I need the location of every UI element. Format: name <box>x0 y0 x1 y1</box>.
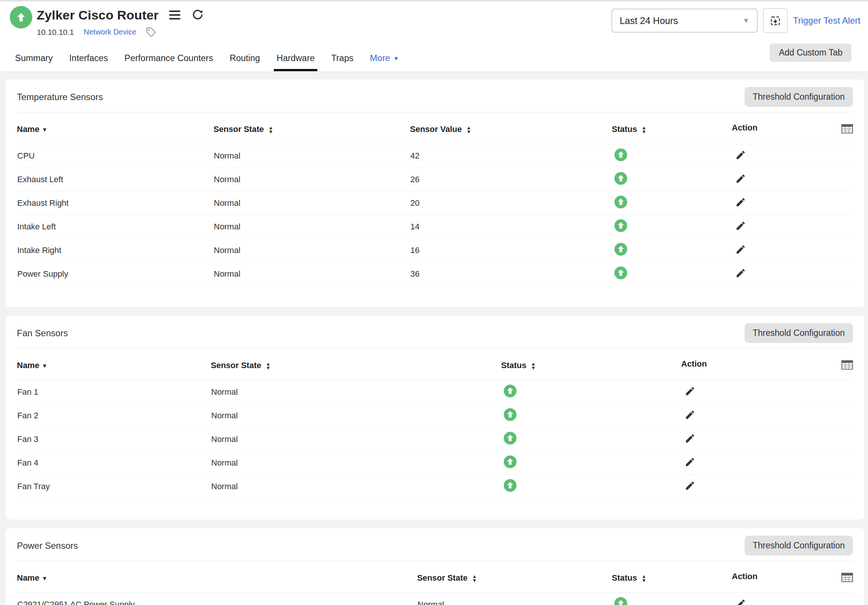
fan-sensors-card: Fan SensorsThreshold ConfigurationName▾S… <box>6 316 864 520</box>
topbar-actions: Last 24 Hours ▼ Trigger Test Alert <box>611 8 860 33</box>
power-sensors-table: Name▾Sensor State▲▼Status▲▼ActionC2921/C… <box>17 561 853 605</box>
threshold-configuration-button[interactable]: Threshold Configuration <box>745 323 853 343</box>
cell-sensor-value: 42 <box>410 144 612 168</box>
column-header-status[interactable]: Status▲▼ <box>612 561 732 593</box>
column-chooser-icon[interactable] <box>842 360 853 372</box>
sort-toggle-icon[interactable]: ▲▼ <box>466 125 471 134</box>
device-category-link[interactable]: Network Device <box>84 28 136 36</box>
cell-sensor-state: Normal <box>214 168 410 192</box>
edit-pencil-icon[interactable] <box>735 197 746 209</box>
edit-pencil-icon[interactable] <box>735 598 746 605</box>
temperature-sensors-table: Name▾Sensor State▲▼Sensor Value▲▼Status▲… <box>17 113 853 286</box>
tab-summary[interactable]: Summary <box>12 47 56 71</box>
edit-pencil-icon[interactable] <box>685 409 696 421</box>
column-chooser-icon[interactable] <box>842 573 853 584</box>
tab-label: Hardware <box>276 53 315 63</box>
edit-pencil-icon[interactable] <box>685 386 696 398</box>
tag-icon[interactable] <box>146 27 156 37</box>
status-up-icon <box>614 243 627 256</box>
tab-routing[interactable]: Routing <box>227 47 263 71</box>
edit-pencil-icon[interactable] <box>685 433 696 445</box>
tab-label: More <box>370 53 390 63</box>
menu-icon[interactable] <box>169 9 180 21</box>
temperature-sensors-card: Temperature SensorsThreshold Configurati… <box>6 79 864 307</box>
sort-toggle-icon[interactable]: ▲▼ <box>266 362 271 370</box>
tab-traps[interactable]: Traps <box>329 47 356 71</box>
edit-pencil-icon[interactable] <box>735 150 746 162</box>
column-label: Status <box>612 573 637 582</box>
table-row: C2921/C2951 AC Power SupplyNormal <box>17 593 853 605</box>
sort-desc-icon[interactable]: ▾ <box>43 575 46 582</box>
status-up-icon <box>504 455 516 468</box>
column-header-sensor-state[interactable]: Sensor State▲▼ <box>214 113 410 144</box>
column-header-action: Action <box>732 561 853 593</box>
edit-pencil-icon[interactable] <box>735 220 746 232</box>
cell-sensor-state: Normal <box>211 381 501 404</box>
refresh-icon[interactable] <box>191 8 205 22</box>
power-sensors-header: Power SensorsThreshold Configuration <box>17 528 853 561</box>
smart-capture-button[interactable] <box>763 8 788 33</box>
section-title: Temperature Sensors <box>17 92 103 102</box>
column-header-sensor-value[interactable]: Sensor Value▲▼ <box>410 113 612 144</box>
tab-interfaces[interactable]: Interfaces <box>67 47 111 71</box>
column-chooser-icon[interactable] <box>842 124 853 136</box>
cell-action <box>732 262 853 286</box>
cell-sensor-value: 36 <box>410 262 612 286</box>
add-custom-tab-button[interactable]: Add Custom Tab <box>770 43 851 62</box>
threshold-configuration-button[interactable]: Threshold Configuration <box>745 535 853 555</box>
column-label: Name <box>17 124 39 134</box>
status-up-icon <box>504 385 516 397</box>
sort-desc-icon[interactable]: ▾ <box>43 126 46 133</box>
status-up-icon <box>504 479 516 492</box>
cell-sensor-state: Normal <box>211 451 501 475</box>
edit-pencil-icon[interactable] <box>735 173 746 185</box>
tab-more[interactable]: More▼ <box>367 47 401 71</box>
edit-pencil-icon[interactable] <box>685 480 696 492</box>
cell-sensor-value: 26 <box>410 168 612 192</box>
table-header-row: Name▾Sensor State▲▼Status▲▼Action <box>17 349 853 381</box>
cell-status <box>501 428 681 451</box>
device-block: Zylker Cisco Router 10.10.10.1 Network D… <box>10 6 205 37</box>
sort-toggle-icon[interactable]: ▲▼ <box>472 574 477 582</box>
column-header-status[interactable]: Status▲▼ <box>501 349 681 381</box>
edit-pencil-icon[interactable] <box>735 244 746 256</box>
column-header-name[interactable]: Name▾ <box>17 349 211 381</box>
hardware-content: Temperature SensorsThreshold Configurati… <box>0 71 868 605</box>
status-up-icon <box>504 432 516 444</box>
chevron-down-icon: ▼ <box>743 17 749 25</box>
table-row: Fan 3Normal <box>17 428 853 451</box>
sort-toggle-icon[interactable]: ▲▼ <box>642 574 646 582</box>
column-header-name[interactable]: Name▾ <box>17 113 214 144</box>
cell-status <box>612 239 732 262</box>
column-header-sensor-state[interactable]: Sensor State▲▼ <box>211 349 501 381</box>
column-header-name[interactable]: Name▾ <box>17 561 417 593</box>
cell-action <box>681 404 853 428</box>
sort-toggle-icon[interactable]: ▲▼ <box>268 125 273 134</box>
edit-pencil-icon[interactable] <box>685 456 696 469</box>
status-up-icon <box>614 219 627 232</box>
time-range-select[interactable]: Last 24 Hours ▼ <box>611 9 758 32</box>
threshold-configuration-button[interactable]: Threshold Configuration <box>745 87 853 107</box>
cell-action <box>681 381 853 404</box>
tab-performance-counters[interactable]: Performance Counters <box>122 47 216 71</box>
status-up-icon <box>614 266 627 279</box>
tab-label: Traps <box>331 53 353 63</box>
time-range-value: Last 24 Hours <box>620 15 678 26</box>
cell-sensor-state: Normal <box>214 262 410 286</box>
column-header-sensor-state[interactable]: Sensor State▲▼ <box>417 561 612 593</box>
tab-hardware[interactable]: Hardware <box>274 47 317 71</box>
column-header-status[interactable]: Status▲▼ <box>612 113 732 144</box>
sort-desc-icon[interactable]: ▾ <box>43 362 46 369</box>
trigger-test-alert-link[interactable]: Trigger Test Alert <box>793 15 860 26</box>
edit-pencil-icon[interactable] <box>735 268 746 280</box>
sort-toggle-icon[interactable]: ▲▼ <box>531 362 536 370</box>
table-row: Exhaust LeftNormal26 <box>17 168 853 192</box>
table-row: Fan TrayNormal <box>17 475 853 498</box>
cell-action <box>681 451 853 475</box>
column-label: Action <box>732 572 757 581</box>
column-label: Status <box>501 361 526 370</box>
cell-status <box>501 451 681 475</box>
sort-toggle-icon[interactable]: ▲▼ <box>642 125 646 134</box>
cell-action <box>681 475 853 498</box>
cell-name: Power Supply <box>17 262 214 286</box>
